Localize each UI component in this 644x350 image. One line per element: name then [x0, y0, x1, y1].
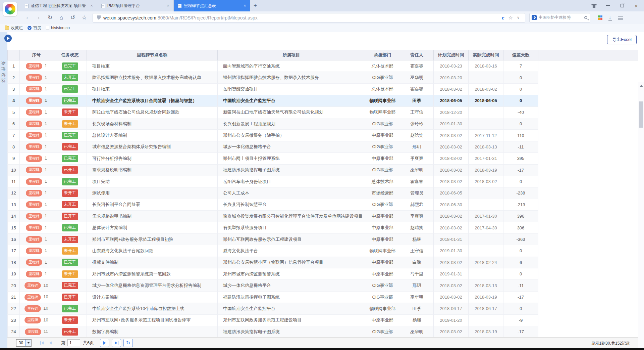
tab-close-icon[interactable]: ×	[242, 3, 248, 8]
address-bar[interactable]: weixin.spacesystech.com:8080/Main/RDS/Pr…	[93, 13, 525, 23]
bookmark-favorites-folder[interactable]: 收藏栏	[5, 25, 23, 31]
table-row[interactable]: 6里程碑1未开工长兴现场会材料编制长兴创新发展工程顶层规划CIG事业部张玲玲20…	[8, 118, 638, 129]
status-badge: 已开工	[62, 328, 78, 336]
expand-filter-button[interactable]	[4, 35, 12, 42]
row-number: 1	[8, 60, 20, 72]
row-number: 11	[8, 176, 20, 187]
page-size-select[interactable]: 30	[16, 339, 32, 347]
url-text[interactable]: weixin.spacesystech.com:8080/Main/RDS/Pr…	[103, 15, 500, 20]
sequence-cell: 里程碑1	[20, 95, 53, 106]
scrollbar-thumb[interactable]	[639, 101, 643, 128]
restore-button[interactable]	[616, 1, 628, 10]
table-row[interactable]: 2里程碑1未开工防汛指挥图驻点技术服务、数据录入技术服务完成确认单福州防汛指挥图…	[8, 72, 638, 83]
tab-communication-project[interactable]: 通信工程-行业解决方案-项目管 ×	[21, 0, 97, 11]
table-row[interactable]: 11里程碑1已完工项目完结岳阳汽车电子身份证项目总体技术部霍嘉睿2018-03-…	[8, 176, 638, 187]
download-icon[interactable]: ↓	[608, 15, 612, 20]
bookmark-hivision[interactable]: hivision.co	[46, 26, 70, 30]
first-page-button[interactable]	[38, 339, 46, 347]
table-row[interactable]: 10里程碑1已开工需求规格说明书编制福建防汛决策指挥电子图系统CIG事业部巫华明…	[8, 164, 638, 176]
table-row[interactable]: 4里程碑1已完工中航油安全生产监控系统项目合同签署（恒星与智慧）中国航油安全生产…	[8, 95, 638, 106]
tab-pm2-platform[interactable]: PM2项目管理平台 ×	[97, 0, 174, 11]
bookmark-baidu[interactable]: 百度	[28, 25, 41, 31]
status-badge: 未开工	[62, 120, 78, 128]
sequence-cell: 里程碑1	[20, 141, 53, 152]
app-grid-icon[interactable]	[598, 15, 602, 20]
page-icon	[25, 4, 29, 8]
vertical-scrollbar[interactable]	[638, 82, 644, 350]
status-cell: 已完工	[53, 95, 87, 106]
table-row[interactable]: 3里程碑1已完工项目结束岳阳智能交通项目总体技术部霍嘉睿2018-03-0220…	[8, 83, 638, 95]
table-row[interactable]: 17里程碑1未开工山东威海文化执法平台尾款回款威海文化执法平台物联网事业部王守信…	[8, 245, 638, 257]
table-row[interactable]: 20里程碑10已完工城乡一体化信息栅格信息资源管理平台需求分析报告编制城乡一体化…	[8, 280, 638, 291]
tab-milestone-report[interactable]: 里程碑节点汇总表 ×	[174, 0, 250, 11]
row-filler	[538, 83, 638, 95]
row-number: 13	[8, 199, 20, 210]
milestone-badge: 里程碑	[24, 305, 41, 312]
milestone-name: 项目结束	[87, 83, 218, 95]
department: 物联网事业部	[365, 245, 400, 257]
department: 中原事业部	[365, 233, 400, 245]
export-excel-button[interactable]: 导出Excel	[607, 35, 637, 44]
actual-date	[469, 314, 503, 326]
home-icon[interactable]: ⌂	[56, 13, 66, 22]
refresh-icon[interactable]: ↻	[45, 13, 55, 22]
new-tab-button[interactable]: +	[250, 0, 260, 11]
owner: 管理员	[400, 187, 434, 199]
table-row[interactable]: 15里程碑1已完工总体设计方案编制有奖举报系统服务项目中原事业部赵晗笑2018-…	[8, 222, 638, 233]
search-input[interactable]: 中国羽协主席换将	[529, 13, 590, 23]
theme-shirt-icon[interactable]	[588, 1, 600, 10]
table-row[interactable]: 21里程碑10已开工设计方案编制福建防汛决策指挥电子图系统CIG事业部巫华明20…	[8, 291, 638, 303]
sequence-cell: 里程碑1	[20, 164, 53, 176]
last-page-button[interactable]	[112, 339, 121, 347]
table-row[interactable]: 12里程碑1未开工测试使用公司人工成本市场经营部管理员2018-06-05-23…	[8, 187, 638, 199]
search-icon[interactable]	[584, 16, 587, 19]
scroll-up-icon[interactable]	[640, 85, 643, 87]
bookmark-star-icon[interactable]: ☆	[79, 13, 89, 22]
tab-close-icon[interactable]: ×	[165, 3, 171, 8]
minimize-button[interactable]	[602, 1, 614, 10]
table-row[interactable]: 23里程碑10未开工郑州市互联网+政务服务示范工程项目测试报告评审郑州市互联网政…	[8, 314, 638, 326]
undo-icon[interactable]: ↺	[68, 13, 78, 22]
table-row[interactable]: 1里程碑1已完工项目结束面向智慧城市的平行交通系统总体技术部霍嘉睿2018-03…	[8, 60, 638, 72]
actual-date	[469, 106, 503, 118]
table-row[interactable]: 7里程碑1已完工总体设计方案编制郑州市公安局微警务（随手拍）中原事业部赵晗笑20…	[8, 130, 638, 141]
page-number-input[interactable]	[67, 339, 80, 346]
play-arrow-icon	[7, 37, 10, 40]
tab-close-icon[interactable]: ×	[89, 3, 94, 8]
close-button[interactable]: ×	[631, 1, 642, 10]
favorite-star-icon[interactable]: ☆	[508, 15, 513, 21]
table-row[interactable]: 24里程碑11已开工数据字典编制福建防汛决策指挥电子图系统CIG事业部巫华明20…	[8, 326, 638, 337]
forward-icon[interactable]: ›	[34, 13, 44, 22]
table-row[interactable]: 16里程碑1未开工郑州市互联网+政务服务示范工程项目初验郑州市互联网政务服务示范…	[8, 233, 638, 245]
actual-date: 2018-03-13	[469, 280, 503, 291]
menu-icon[interactable]	[618, 16, 623, 19]
table-row[interactable]: 5里程碑1未开工阿拉山地平线石油公司信息化规划合同款回款新疆阿拉山口地平线石油天…	[8, 106, 638, 118]
row-filler	[538, 233, 638, 245]
table-row[interactable]: 8里程碑1已完工城市信息资源整合架构体系研究报告编制城乡一体化信息栅格平台CIG…	[8, 141, 638, 152]
milestone-badge: 里程碑	[26, 167, 42, 173]
status-badge: 未开工	[62, 316, 78, 324]
select-dropdown-icon[interactable]	[25, 340, 31, 346]
project-name: 郑州市网上项目申报管理系统	[218, 153, 365, 164]
table-row[interactable]: 19里程碑1未开工郑州市城市内涝监测预警系统第一笔回款郑州市城市内涝监测预警系统…	[8, 268, 638, 280]
refresh-table-button[interactable]: ↻	[123, 339, 133, 347]
table-row[interactable]: 22里程碑10已完工中航油安全生产监控系统10个油库自控数据上线中国航油安全生产…	[8, 303, 638, 314]
url-dropdown-icon[interactable]: ∨	[517, 15, 520, 20]
table-row[interactable]: 18里程碑1已完工投标文件编制郑州市公安局智慧小区（物联网）信息管控平台项目中原…	[8, 257, 638, 268]
table-row[interactable]: 13里程碑1未开工长兴河长制平台合同签署长兴县河长制智慧平台CIG事业部郝熙君2…	[8, 199, 638, 210]
actual-date: 2018-03-19	[469, 326, 503, 337]
project-name: 郑州市公安局智慧小区（物联网）信息管控平台项目	[218, 257, 365, 268]
row-filler	[538, 222, 638, 233]
back-icon[interactable]: ‹	[22, 13, 32, 22]
deviation-days: 0	[503, 72, 538, 83]
table-row[interactable]: 9里程碑1已完工可行性分析报告编制郑州市网上项目申报管理系统中原事业部季爽爽20…	[8, 153, 638, 164]
sequence-cell: 里程碑10	[20, 291, 53, 303]
status-badge: 已完工	[62, 259, 78, 266]
next-page-button[interactable]	[100, 339, 109, 347]
ie-compat-icon[interactable]: e	[502, 14, 504, 21]
table-row[interactable]: 14里程碑1已开工需求规格说明书编制豫资城乡投资发展有限公司智能化管理平台软件开…	[8, 211, 638, 222]
prev-page-button[interactable]	[46, 339, 55, 347]
milestone-name: 投标文件编制	[87, 257, 218, 268]
planned-date: 2018-03-02	[434, 153, 469, 164]
status-cell: 已开工	[53, 211, 87, 222]
